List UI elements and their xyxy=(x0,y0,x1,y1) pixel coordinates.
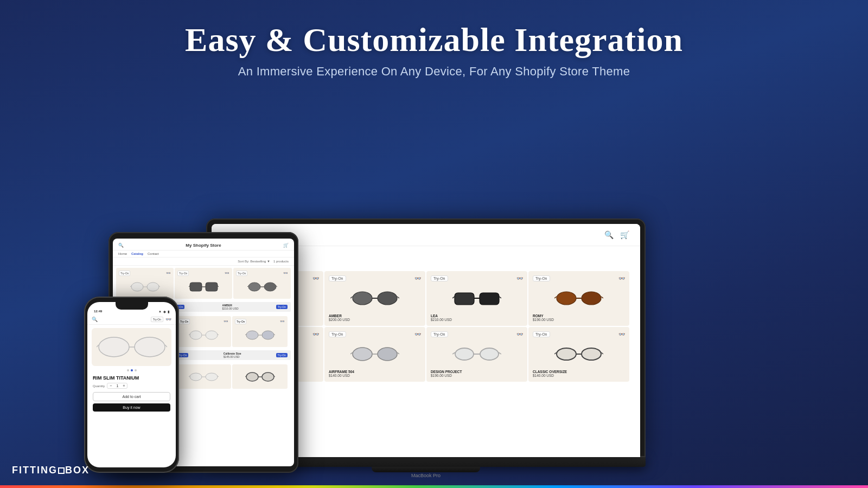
try-on-badge-6[interactable]: Try-On xyxy=(329,331,346,337)
phone-qty-row: Quantity − 1 + xyxy=(87,382,176,390)
wifi-icon: ◈ xyxy=(163,310,166,313)
glasses-icon-4: 👓 xyxy=(618,275,625,281)
phone-add-to-cart-button[interactable]: Add to cart xyxy=(93,392,170,401)
svg-point-25 xyxy=(353,348,372,361)
tablet-cart-icon[interactable]: 🛒 xyxy=(283,243,289,248)
svg-point-51 xyxy=(264,282,276,291)
phone-search-icon[interactable]: 🔍 xyxy=(92,317,98,322)
tablet-try-btn-2[interactable]: Try-On xyxy=(276,305,288,309)
tablet-try-on-5[interactable]: Try-On xyxy=(178,319,190,324)
svg-rect-11 xyxy=(480,293,499,305)
tablet-img-1 xyxy=(119,277,171,296)
tablet-img-9 xyxy=(235,367,285,386)
svg-point-85 xyxy=(99,337,129,357)
laptop-label: MacBook Pro xyxy=(206,473,646,478)
tablet-pprice-4: $145.00 USD xyxy=(224,355,241,358)
page-title: Easy & Customizable Integration xyxy=(0,21,868,59)
svg-point-26 xyxy=(378,348,397,361)
svg-point-75 xyxy=(190,373,202,381)
svg-point-41 xyxy=(147,282,159,291)
product-name-6: AIRFRAME 504 xyxy=(329,370,421,374)
tablet-nav-catalog[interactable]: Catalog xyxy=(131,252,143,255)
tablet-glasses-icon-1: 👓 xyxy=(166,271,171,275)
try-on-badge-4[interactable]: Try-On xyxy=(533,275,550,281)
phone-qty-stepper[interactable]: − 1 + xyxy=(107,383,127,389)
tablet-card-6: Try-On 👓 xyxy=(232,316,288,347)
svg-point-50 xyxy=(248,282,260,291)
product-price-3: $210.00 USD xyxy=(431,318,523,322)
tablet-card-5: Try-On 👓 xyxy=(176,316,231,347)
product-image-8 xyxy=(533,339,625,368)
tablet-img-6 xyxy=(235,325,285,344)
tablet-try-on-6[interactable]: Try-On xyxy=(235,319,246,324)
svg-point-60 xyxy=(190,331,202,339)
product-card-3: Try-On 👓 xyxy=(426,271,527,326)
svg-point-35 xyxy=(557,348,576,360)
phone-product-image xyxy=(92,328,171,366)
product-name-4: ROMY xyxy=(533,314,625,318)
tablet-search-icon[interactable]: 🔍 xyxy=(118,243,124,248)
glasses-icon-6: 👓 xyxy=(414,331,421,337)
cart-icon[interactable]: 🛒 xyxy=(620,230,629,239)
phone-notch xyxy=(116,302,148,310)
phone-device: 12:49 ▲ ◈ ▮ 🔍 Try-On 👓 xyxy=(84,297,179,473)
product-image-6 xyxy=(329,339,421,368)
tablet-img-8 xyxy=(178,367,228,386)
phone-buy-now-button[interactable]: Buy it now xyxy=(93,403,170,412)
tablet-try-on-3[interactable]: Try-On xyxy=(236,271,247,276)
glasses-icon-8: 👓 xyxy=(618,331,625,337)
phone-product-title: RIM SLIM TITANIUM xyxy=(87,373,176,382)
product-name-8: CLASSIC OVERSIZE xyxy=(533,370,625,374)
glasses-icon-7: 👓 xyxy=(516,331,523,337)
try-on-badge-2[interactable]: Try-On xyxy=(329,275,346,281)
product-name-2: AMBER xyxy=(329,314,421,318)
product-price-2: $200.00 USD xyxy=(329,318,421,322)
sort-label[interactable]: Sort By: Bestselling ▼ xyxy=(238,260,270,263)
product-price-4: $190.00 USD xyxy=(533,318,625,322)
svg-point-40 xyxy=(131,282,143,291)
tablet-card-3: Try-On 👓 xyxy=(233,268,291,299)
qty-plus[interactable]: + xyxy=(120,383,127,388)
tablet-try-btn-4[interactable]: Try-On xyxy=(276,353,288,357)
svg-rect-10 xyxy=(455,293,474,305)
tablet-card-1: Try-On 👓 xyxy=(116,268,174,299)
tablet-glasses-icon-5: 👓 xyxy=(224,319,228,324)
qty-minus[interactable]: − xyxy=(107,383,114,388)
svg-point-86 xyxy=(135,337,165,357)
try-on-badge-7[interactable]: Try-On xyxy=(431,331,448,337)
laptop-stand xyxy=(372,467,480,472)
dot-2 xyxy=(131,369,133,371)
battery-icon: ▮ xyxy=(168,310,169,313)
svg-point-65 xyxy=(246,331,258,339)
phone-glasses-icon: 👓 xyxy=(165,317,171,322)
product-image-2 xyxy=(329,284,421,312)
try-on-badge-3[interactable]: Try-On xyxy=(431,275,448,281)
hero-header: Easy & Customizable Integration An Immer… xyxy=(0,0,868,79)
rainbow-bar xyxy=(0,485,868,488)
product-name-7: DESIGN PROJECT xyxy=(431,370,523,374)
phone-try-on-badge[interactable]: Try-On xyxy=(151,317,163,322)
search-icon[interactable]: 🔍 xyxy=(604,230,614,239)
tablet-nav-contact[interactable]: Contact xyxy=(148,252,159,255)
product-price-6: $140.00 USD xyxy=(329,374,421,377)
glasses-icon-5: 👓 xyxy=(312,331,319,337)
phone-time: 12:49 xyxy=(94,310,102,313)
tablet-try-on-2[interactable]: Try-On xyxy=(177,271,189,276)
signal-icon: ▲ xyxy=(158,310,162,313)
brand-name: FITTINGBOX xyxy=(12,465,90,476)
tablet-card-2: Try-On 👓 xyxy=(175,268,232,299)
svg-point-76 xyxy=(206,373,218,381)
tablet-product-grid: Try-On 👓 Tr xyxy=(113,266,294,301)
product-price-7: $190.00 USD xyxy=(431,374,523,377)
svg-point-6 xyxy=(378,292,397,305)
tablet-glasses-icon-3: 👓 xyxy=(283,271,288,275)
tablet-try-on-1[interactable]: Try-On xyxy=(119,271,130,276)
product-image-3 xyxy=(431,284,523,312)
phone-nav: 🔍 Try-On 👓 xyxy=(87,314,176,325)
tablet-store-name: My Shopify Store xyxy=(186,243,221,248)
tablet-nav-home[interactable]: Home xyxy=(118,252,127,255)
svg-point-36 xyxy=(582,348,601,360)
glasses-icon-3: 👓 xyxy=(516,275,523,281)
try-on-badge-8[interactable]: Try-On xyxy=(533,331,550,337)
svg-line-9 xyxy=(397,297,399,298)
